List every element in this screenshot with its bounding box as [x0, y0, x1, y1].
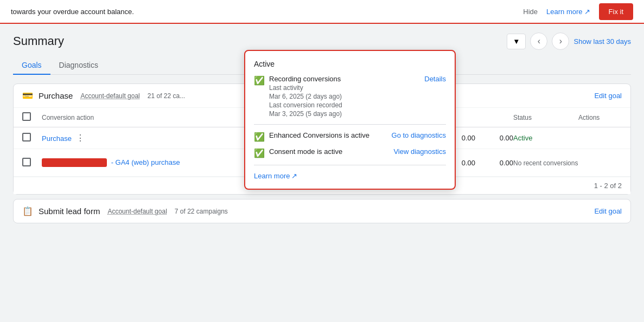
row1-check — [22, 133, 42, 143]
submit-lead-form-goal-card: 📋 Submit lead form Account-default goal … — [13, 199, 631, 223]
row2-num2: 0.00 — [475, 159, 513, 167]
purchase-goal-icon: 💳 — [22, 91, 33, 101]
show-last-days-button[interactable]: Show last 30 days — [573, 37, 631, 46]
chevron-right-icon: › — [559, 36, 562, 46]
header-check-col — [22, 112, 42, 123]
purchase-goal-actions: Edit goal — [594, 92, 622, 100]
alert-text: towards your overdue account balance. — [11, 8, 134, 16]
next-nav-button[interactable]: › — [552, 33, 569, 50]
row1-num2: 0.00 — [475, 134, 513, 142]
popup-last-conversion-value: Mar 3, 2025 (5 days ago) — [269, 110, 342, 118]
submit-lead-goal-name: Submit lead form — [39, 207, 100, 216]
alert-learn-more-button[interactable]: Learn more ↗ — [546, 8, 590, 16]
popup-divider-2 — [254, 165, 446, 165]
row2-ga4-link[interactable]: - GA4 (web) purchase — [111, 158, 180, 166]
popup-consent-title: Consent mode is active — [269, 147, 389, 156]
popup-recording-info: Recording conversions Last activity Mar … — [269, 75, 342, 118]
purchase-goal-meta: Account-default goal — [80, 92, 139, 100]
enhanced-check-icon: ✅ — [254, 132, 265, 142]
popup-consent-row: ✅ Consent mode is active View diagnostic… — [254, 147, 446, 158]
popup-title: Active — [254, 60, 446, 68]
popup-details-button[interactable]: Details — [424, 75, 446, 83]
row2-status: No recent conversions — [513, 159, 578, 167]
submit-lead-goal-meta: Account-default goal — [107, 208, 167, 215]
submit-lead-goal-campaigns: 7 of 22 campaigns — [175, 208, 228, 215]
popup-external-icon: ↗ — [291, 172, 297, 180]
chevron-down-icon: ▼ — [513, 37, 520, 46]
popup-last-conversion-label: Last conversion recorded — [269, 101, 342, 109]
row1-purchase-link[interactable]: Purchase — [42, 134, 72, 143]
consent-check-icon: ✅ — [254, 148, 265, 158]
submit-lead-edit-goal-button[interactable]: Edit goal — [594, 207, 622, 215]
main-content: Summary ▼ ‹ › Show last 30 days Goals Di… — [0, 24, 644, 322]
popup-enhanced-row: ✅ Enhanced Conversions is active Go to d… — [254, 131, 446, 142]
tab-diagnostics[interactable]: Diagnostics — [50, 56, 107, 75]
dropdown-button[interactable]: ▼ — [507, 34, 526, 49]
submit-lead-goal-actions: Edit goal — [594, 207, 622, 215]
recording-check-icon: ✅ — [254, 75, 265, 86]
summary-header: Summary ▼ ‹ › Show last 30 days — [13, 33, 631, 50]
page-title: Summary — [13, 34, 64, 48]
alert-bar: towards your overdue account balance. Hi… — [0, 0, 644, 24]
popup-enhanced-title: Enhanced Conversions is active — [269, 131, 387, 139]
submit-lead-goal-icon: 📋 — [22, 206, 33, 216]
popup-last-activity-label: Last activity — [269, 84, 342, 92]
row1-status: Active — [513, 134, 578, 142]
header-controls: ▼ ‹ › Show last 30 days — [507, 33, 631, 50]
header-actions-col: Actions — [578, 114, 622, 121]
purchase-edit-goal-button[interactable]: Edit goal — [594, 92, 622, 100]
prev-nav-button[interactable]: ‹ — [530, 33, 547, 50]
active-status-popup: Active ✅ Recording conversions Last acti… — [244, 50, 456, 190]
tab-goals[interactable]: Goals — [13, 56, 50, 75]
submit-lead-form-goal-header: 📋 Submit lead form Account-default goal … — [14, 199, 630, 223]
popup-go-diagnostics-button[interactable]: Go to diagnostics — [392, 131, 446, 139]
chevron-left-icon: ‹ — [538, 36, 540, 46]
redacted-name-block — [42, 158, 107, 167]
header-status-col: Status — [513, 114, 578, 121]
purchase-goal-name: Purchase — [39, 91, 73, 100]
fix-it-button[interactable]: Fix it — [599, 3, 633, 20]
row2-checkbox[interactable] — [22, 158, 31, 166]
row1-more-options[interactable]: ⋮ — [74, 133, 87, 143]
popup-recording-section: ✅ Recording conversions Last activity Ma… — [254, 75, 446, 118]
external-link-icon: ↗ — [584, 8, 590, 16]
popup-divider — [254, 124, 446, 125]
purchase-goal-campaigns: 21 of 22 ca... — [148, 92, 185, 100]
header-checkbox[interactable] — [22, 112, 31, 121]
popup-recording-title: Recording conversions — [269, 75, 342, 83]
popup-view-diagnostics-button[interactable]: View diagnostics — [393, 147, 446, 156]
row2-check — [22, 158, 42, 168]
row1-checkbox[interactable] — [22, 133, 31, 141]
popup-recording-left: ✅ Recording conversions Last activity Ma… — [254, 75, 342, 118]
popup-last-activity-value: Mar 6, 2025 (2 days ago) — [269, 93, 342, 100]
popup-recording-row: ✅ Recording conversions Last activity Ma… — [254, 75, 446, 118]
popup-learn-more-button[interactable]: Learn more ↗ — [254, 172, 297, 180]
hide-button[interactable]: Hide — [523, 8, 538, 16]
